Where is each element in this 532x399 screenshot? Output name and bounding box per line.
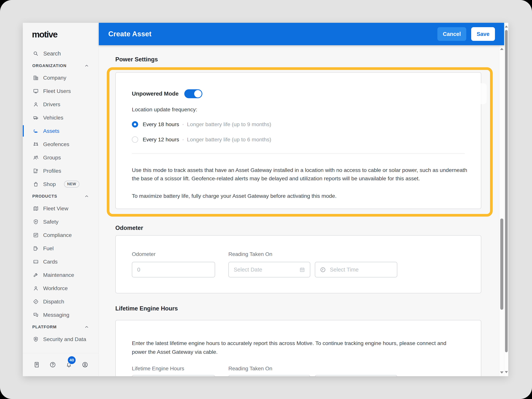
sidebar-item-compliance[interactable]: Compliance: [23, 228, 99, 242]
section-label: PLATFORM: [32, 325, 57, 329]
sidebar-item-label: Security and Data: [43, 336, 86, 342]
sidebar-item-label: Compliance: [43, 232, 72, 238]
help-button[interactable]: [49, 361, 57, 369]
geofence-icon: [33, 141, 39, 147]
sidebar: motive Search ORGANIZATION Company Fleet…: [23, 23, 99, 376]
sidebar-item-label: Profiles: [43, 168, 61, 174]
dot-separator: ·: [182, 136, 184, 142]
sidebar-item-label: Drivers: [43, 101, 60, 108]
section-organization[interactable]: ORGANIZATION: [23, 60, 99, 71]
calendar-icon[interactable]: [299, 266, 305, 273]
sidebar-item-cards[interactable]: Cards: [23, 255, 99, 268]
search-icon: [33, 51, 39, 57]
odometer-input[interactable]: [137, 266, 210, 273]
form-scrollbar[interactable]: [499, 45, 504, 376]
scroll-up-arrow-icon[interactable]: [500, 48, 504, 50]
help-icon: [49, 361, 56, 368]
wrench-icon: [33, 272, 39, 278]
sidebar-item-label: Dispatch: [43, 298, 64, 305]
notifications-button[interactable]: 40: [65, 361, 73, 369]
dispatch-icon: [33, 299, 39, 304]
toggle-knob: [194, 90, 202, 97]
sidebar-item-geofences[interactable]: Geofences: [23, 138, 99, 151]
section-label: ORGANIZATION: [32, 63, 66, 68]
account-button[interactable]: [81, 361, 89, 369]
sidebar-item-assets[interactable]: Assets: [23, 124, 99, 138]
odometer-input-wrap: [132, 262, 215, 277]
unpowered-mode-row: Unpowered Mode: [132, 89, 202, 98]
sidebar-item-groups[interactable]: Groups: [23, 151, 99, 164]
divider: [132, 153, 465, 154]
odometer-field-label: Odometer: [132, 251, 156, 257]
white-pill-artifact: [476, 83, 487, 104]
unpowered-mode-toggle[interactable]: [184, 89, 202, 98]
sidebar-item-security-and-data[interactable]: Security and Data: [23, 332, 99, 346]
section-products[interactable]: PRODUCTS: [23, 191, 99, 202]
lifetime-engine-hours-input-wrap: [132, 375, 215, 376]
scroll-up-arrow-icon[interactable]: [505, 25, 508, 28]
chevron-up-icon: [84, 324, 89, 329]
radio-label: Every 12 hours: [143, 136, 179, 143]
screen: motive Search ORGANIZATION Company Fleet…: [0, 0, 532, 399]
section-platform[interactable]: PLATFORM: [23, 322, 99, 332]
radio-every-12-hours[interactable]: Every 12 hours · Longer battery life (up…: [132, 135, 271, 144]
power-settings-card: Unpowered Mode Location update frequency…: [115, 72, 481, 209]
page-scrollbar-thumb[interactable]: [505, 30, 508, 352]
select-date-input[interactable]: [233, 266, 296, 273]
search-button[interactable]: Search: [33, 49, 99, 58]
form-scrollbar-thumb[interactable]: [500, 218, 503, 310]
save-button[interactable]: Save: [471, 27, 495, 41]
sidebar-item-fuel[interactable]: Fuel: [23, 242, 99, 255]
person-icon: [33, 101, 39, 107]
new-badge: NEW: [64, 181, 79, 188]
sidebar-item-maintenance[interactable]: Maintenance: [23, 268, 99, 282]
sidebar-item-dispatch[interactable]: Dispatch: [23, 295, 99, 308]
sidebar-item-label: Fleet View: [43, 205, 68, 212]
app-window: motive Search ORGANIZATION Company Fleet…: [23, 23, 508, 376]
radio-selected-icon: [132, 121, 138, 127]
sidebar-item-workforce[interactable]: Workforce: [23, 282, 99, 295]
shop-bag-icon: [33, 181, 39, 187]
sidebar-item-label: Shop: [43, 181, 56, 187]
guide-button[interactable]: [33, 361, 40, 369]
radio-description: Longer battery life (up to 6 months): [187, 136, 271, 143]
motive-logo: motive: [32, 29, 99, 39]
lifetime-engine-hours-card: Enter the latest lifetime engine hours t…: [115, 320, 481, 376]
form-scroll-area: Power Settings Unpowered Mode Location u…: [99, 45, 499, 376]
sidebar-item-fleet-view[interactable]: Fleet View: [23, 202, 99, 215]
sidebar-item-label: Fuel: [43, 245, 54, 252]
section-label: PRODUCTS: [32, 194, 57, 199]
sidebar-item-label: Company: [43, 75, 66, 81]
cancel-button[interactable]: Cancel: [437, 27, 466, 41]
map-book-icon: [33, 361, 40, 368]
sidebar-item-fleet-users[interactable]: Fleet Users: [23, 84, 99, 98]
sidebar-item-label: Maintenance: [43, 272, 74, 278]
reading-taken-on-label: Reading Taken On: [228, 366, 272, 372]
sidebar-item-vehicles[interactable]: Vehicles: [23, 111, 99, 124]
dot-separator: ·: [182, 121, 184, 127]
groups-icon: [33, 155, 39, 161]
sidebar-item-company[interactable]: Company: [23, 71, 99, 84]
time-input-wrap: [315, 375, 397, 376]
sidebar-item-drivers[interactable]: Drivers: [23, 98, 99, 111]
date-input-wrap: [228, 375, 310, 376]
sidebar-item-label: Groups: [43, 154, 61, 161]
radio-unselected-icon: [132, 136, 138, 143]
map-icon: [33, 206, 39, 211]
sidebar-item-messaging[interactable]: Messaging: [23, 308, 99, 322]
unpowered-mode-description: Use this mode to track assets that have …: [132, 166, 468, 183]
scroll-down-arrow-icon[interactable]: [505, 371, 508, 373]
page-scrollbar[interactable]: [504, 23, 508, 376]
credit-card-icon: [33, 259, 39, 265]
sidebar-item-profiles[interactable]: Profiles: [23, 164, 99, 177]
sidebar-item-shop[interactable]: Shop NEW: [23, 177, 99, 191]
scroll-down-arrow-icon[interactable]: [500, 371, 504, 374]
time-input-wrap: [315, 262, 397, 277]
sidebar-item-safety[interactable]: Safety: [23, 215, 99, 228]
notification-count-badge: 40: [67, 356, 76, 365]
lifetime-engine-hours-label: Lifetime Engine Hours: [132, 366, 184, 372]
odometer-heading: Odometer: [115, 225, 143, 231]
radio-every-18-hours[interactable]: Every 18 hours · Longer battery life (up…: [132, 120, 271, 128]
search-label: Search: [43, 51, 61, 57]
select-time-input[interactable]: [329, 266, 392, 273]
